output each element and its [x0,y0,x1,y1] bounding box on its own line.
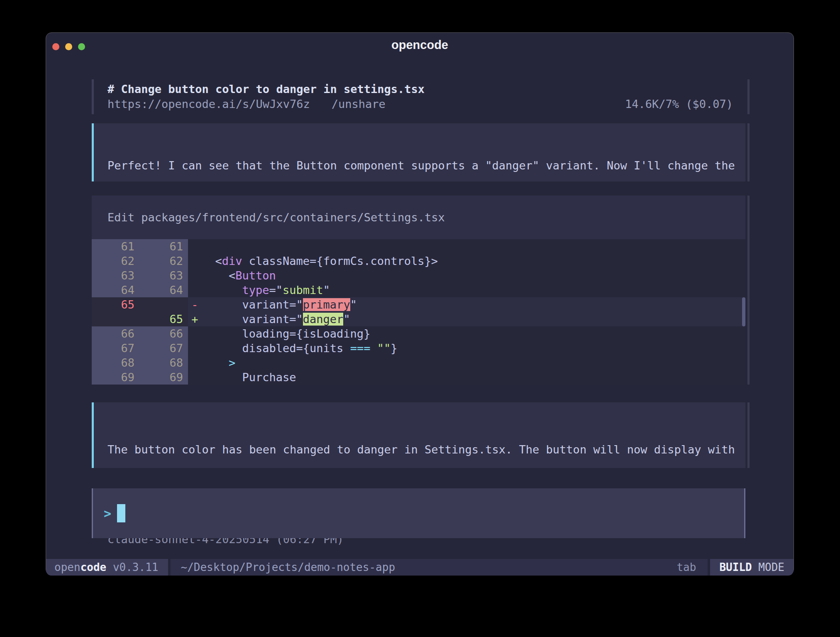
old-line-number: 68 [92,355,139,370]
diff-code-line: - variant="primary" [188,297,745,312]
diff-row: 65+ variant="danger" [92,312,745,326]
app-name-code: code [81,561,107,573]
message-line: The button color has been changed to dan… [107,442,745,457]
old-line-number: 61 [92,239,139,254]
diff-marker [188,283,202,297]
edit-tool-card: Edit packages/frontend/src/containers/Se… [92,196,745,385]
scrollbar-track [747,123,750,181]
new-line-number: 64 [139,283,188,297]
app-version: v0.3.11 [106,561,158,573]
status-bar: opencode v0.3.11 ~/Desktop/Projects/demo… [46,559,794,576]
diff-marker [188,355,202,370]
edit-header: Edit packages/frontend/src/containers/Se… [92,196,745,239]
new-line-number: 62 [139,254,188,268]
new-line-number: 68 [139,355,188,370]
window-title: opencode [46,33,794,57]
old-line-number: 69 [92,370,139,385]
diff-marker [188,370,202,385]
token-usage: 14.6K/7% ($0.07) [625,97,733,112]
session-header: # Change button color to danger in setti… [92,79,745,114]
old-line-number: 67 [92,341,139,355]
diff-row: 6666 loading={isLoading} [92,326,745,341]
old-line-number: 65 [92,297,139,312]
diff-code-line: <div className={formCs.controls}> [188,254,745,268]
new-line-number: 67 [139,341,188,355]
diff-code-line: disabled={units === ""} [188,341,745,355]
diff-row: 65- variant="primary" [92,297,745,312]
diff-code-line: > [188,355,745,370]
tab-key-hint: tab [676,559,696,576]
diff-marker: - [188,297,202,312]
new-line-number: 66 [139,326,188,341]
diff-marker [188,254,202,268]
old-line-number: 66 [92,326,139,341]
diff-code-line: + variant="danger" [188,312,745,326]
diff-code-line [188,239,745,254]
diff-view: 6161 6262 <div className={formCs.control… [92,239,745,385]
new-line-number: 65 [139,312,188,326]
text-cursor [117,504,125,522]
assistant-message: Perfect! I can see that the Button compo… [92,123,745,181]
diff-row: 6363 <Button [92,268,745,283]
prompt-input[interactable]: > [92,488,745,538]
old-line-number: 64 [92,283,139,297]
new-line-number: 63 [139,268,188,283]
diff-code-line: Purchase [188,370,745,385]
diff-code-line: <Button [188,268,745,283]
diff-marker [188,239,202,254]
opencode-window: opencode # Change button color to danger… [46,32,794,575]
desktop-background: opencode # Change button color to danger… [0,0,840,637]
old-line-number: 63 [92,268,139,283]
old-line-number [92,312,139,326]
diff-row: 6161 [92,239,745,254]
window-titlebar: opencode [46,33,794,57]
diff-row: 6969 Purchase [92,370,745,385]
mode-word: MODE [752,561,784,573]
app-version-chip: opencode v0.3.11 [46,559,171,576]
diff-row: 6262 <div className={formCs.controls}> [92,254,745,268]
message-line: Perfect! I can see that the Button compo… [107,158,745,173]
diff-marker [188,268,202,283]
mode-build: BUILD [719,561,752,573]
mode-indicator: BUILD MODE [708,559,794,576]
diff-marker [188,326,202,341]
diff-marker [188,341,202,355]
assistant-message: The button color has been changed to dan… [92,402,745,468]
old-line-number: 62 [92,254,139,268]
new-line-number: 61 [139,239,188,254]
working-directory: ~/Desktop/Projects/demo-notes-app [181,559,395,576]
scrollbar-track [747,402,750,468]
new-line-number: 69 [139,370,188,385]
diff-marker: + [188,312,202,326]
share-url[interactable]: https://opencode.ai/s/UwJxv76z [107,97,310,112]
edit-file-path: packages/frontend/src/containers/Setting… [141,211,445,224]
diff-code-line: type="submit" [188,283,745,297]
scrollbar-track [747,79,750,114]
app-name-open: open [54,561,81,573]
diff-row: 6868 > [92,355,745,370]
diff-row: 6767 disabled={units === ""} [92,341,745,355]
diff-scrollbar-thumb[interactable] [742,297,745,326]
edit-action-label: Edit [107,211,141,224]
session-title: # Change button color to danger in setti… [107,82,745,97]
new-line-number [139,297,188,312]
diff-code-line: loading={isLoading} [188,326,745,341]
unshare-command[interactable]: /unshare [332,97,386,112]
prompt-chevron: > [104,506,111,521]
diff-row: 6464 type="submit" [92,283,745,297]
scrollbar-track [747,196,750,385]
